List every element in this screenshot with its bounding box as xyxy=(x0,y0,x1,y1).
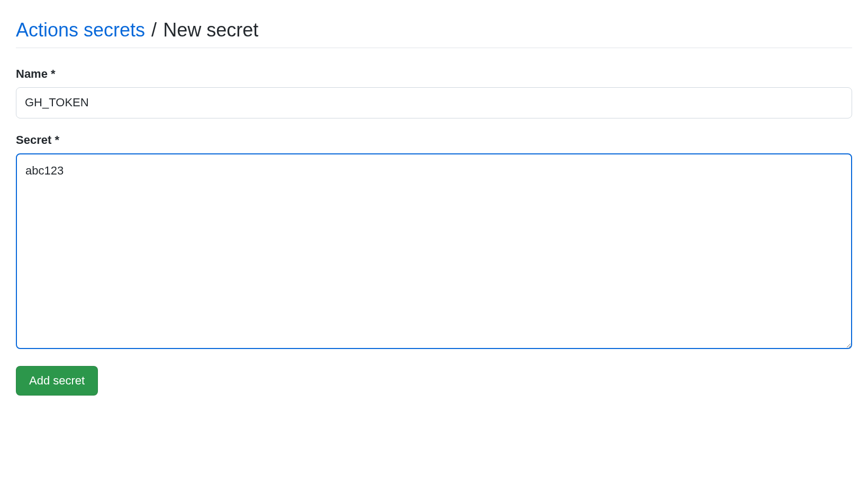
secret-field-group: Secret * abc123 xyxy=(16,133,852,351)
secret-label: Secret * xyxy=(16,133,852,147)
add-secret-button[interactable]: Add secret xyxy=(16,366,98,396)
breadcrumb-parent-link[interactable]: Actions secrets xyxy=(16,19,145,41)
new-secret-form-container: Actions secrets / New secret Name * Secr… xyxy=(16,19,852,396)
breadcrumb-separator: / xyxy=(151,19,157,41)
name-label: Name * xyxy=(16,67,852,81)
page-heading: Actions secrets / New secret xyxy=(16,19,852,48)
name-input[interactable] xyxy=(16,87,852,118)
secret-textarea[interactable]: abc123 xyxy=(16,153,852,349)
breadcrumb-current: New secret xyxy=(163,19,258,41)
name-field-group: Name * xyxy=(16,67,852,118)
